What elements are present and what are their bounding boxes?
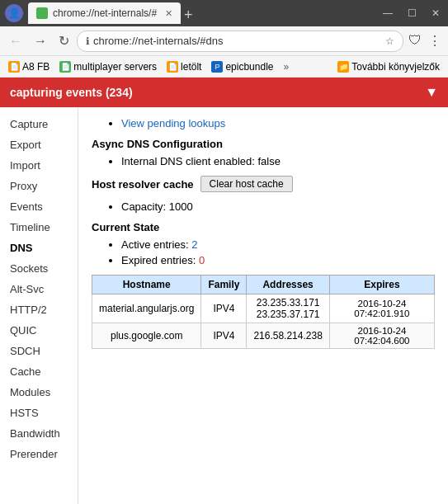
table-header-row: Hostname Family Addresses Expires bbox=[92, 276, 435, 294]
sidebar-item-http2[interactable]: HTTP/2 bbox=[0, 299, 78, 320]
sidebar-item-altsvc[interactable]: Alt-Svc bbox=[0, 279, 78, 299]
expired-entries-label: Expired entries: bbox=[121, 254, 196, 266]
addresses-2: 216.58.214.238 bbox=[247, 323, 329, 349]
sidebar-item-prerender[interactable]: Prerender bbox=[0, 444, 78, 464]
current-state-title: Current State bbox=[92, 221, 435, 233]
menu-button[interactable]: ⋮ bbox=[427, 31, 443, 50]
bookmark-label-epicbundle: epicbundle bbox=[225, 61, 273, 73]
col-hostname: Hostname bbox=[92, 276, 201, 294]
sidebar-item-hsts[interactable]: HSTS bbox=[0, 403, 78, 423]
sidebar-item-cache[interactable]: Cache bbox=[0, 361, 78, 382]
info-icon: ℹ bbox=[86, 35, 90, 47]
maximize-button[interactable]: ☐ bbox=[404, 6, 420, 21]
capacity-label: Capacity: 1000 bbox=[121, 200, 435, 213]
expires-1: 2016-10-24 07:42:01.910 bbox=[329, 294, 434, 323]
family-1: IPV4 bbox=[201, 294, 247, 323]
bookmark-icon-a8fb: 📄 bbox=[8, 61, 20, 73]
bookmark-tovabbi[interactable]: 📁 További könyvjelzők bbox=[334, 59, 443, 74]
bookmark-label-letolt: letölt bbox=[181, 61, 201, 73]
expires-2: 2016-10-24 07:42:04.600 bbox=[329, 323, 434, 349]
bookmark-icon-epicbundle: P bbox=[211, 61, 223, 73]
back-button[interactable]: ← bbox=[5, 32, 26, 50]
table-row: plus.google.com IPV4 216.58.214.238 2016… bbox=[92, 323, 435, 349]
clear-host-cache-button[interactable]: Clear host cache bbox=[200, 176, 293, 192]
hostname-1: material.angularjs.org bbox=[92, 294, 201, 323]
sidebar-item-capture[interactable]: Capture bbox=[0, 114, 78, 134]
address-text: chrome://net-internals/#dns bbox=[93, 35, 382, 47]
main-layout: Capture Export Import Proxy Events Timel… bbox=[0, 107, 448, 504]
sidebar-item-export[interactable]: Export bbox=[0, 134, 78, 155]
host-resolver-label: Host resolver cache bbox=[92, 178, 194, 191]
tab-favicon bbox=[36, 7, 48, 19]
addresses-1: 23.235.33.17123.235.37.171 bbox=[247, 294, 329, 323]
tab-close-button[interactable]: ✕ bbox=[165, 8, 172, 19]
bookmark-icon-letolt: 📄 bbox=[167, 61, 178, 73]
bookmark-icon-tovabbi: 📁 bbox=[337, 61, 349, 73]
active-tab[interactable]: chrome://net-internals/# ✕ bbox=[28, 2, 181, 24]
bookmark-label-tovabbi: További könyvjelzők bbox=[351, 61, 440, 73]
sidebar-item-import[interactable]: Import bbox=[0, 155, 78, 176]
bookmarks-bar: 📄 A8 FB 📄 multiplayer servers 📄 letölt P… bbox=[0, 56, 448, 78]
col-expires: Expires bbox=[329, 276, 434, 294]
forward-button[interactable]: → bbox=[30, 32, 51, 50]
minimize-button[interactable]: — bbox=[380, 6, 396, 21]
new-tab-button[interactable]: + bbox=[184, 7, 193, 24]
bookmark-label-multiplayer: multiplayer servers bbox=[73, 61, 157, 73]
reload-button[interactable]: ↻ bbox=[54, 31, 73, 50]
bookmark-letolt[interactable]: 📄 letölt bbox=[163, 59, 205, 74]
col-family: Family bbox=[201, 276, 247, 294]
dns-table: Hostname Family Addresses Expires materi… bbox=[92, 275, 435, 349]
family-2: IPV4 bbox=[201, 323, 247, 349]
sidebar-item-quic[interactable]: QUIC bbox=[0, 320, 78, 341]
async-dns-internal: Internal DNS client enabled: false bbox=[121, 155, 435, 167]
active-entries-item: Active entries: 2 bbox=[121, 238, 435, 251]
sidebar-item-modules[interactable]: Modules bbox=[0, 382, 78, 403]
star-icon[interactable]: ☆ bbox=[385, 35, 394, 47]
expired-entries-value: 0 bbox=[199, 254, 205, 266]
window-controls: — ☐ ✕ bbox=[380, 6, 443, 21]
active-entries-label: Active entries: bbox=[121, 238, 189, 251]
title-bar: 👤 chrome://net-internals/# ✕ + — ☐ ✕ bbox=[0, 0, 448, 26]
tab-area: chrome://net-internals/# ✕ + bbox=[28, 2, 380, 24]
active-entries-value: 2 bbox=[191, 238, 197, 251]
shield-icon: 🛡 bbox=[407, 31, 423, 50]
bookmark-icon-multiplayer: 📄 bbox=[59, 61, 71, 73]
bookmark-label-a8fb: A8 FB bbox=[22, 61, 50, 73]
async-dns-title: Async DNS Configuration bbox=[92, 138, 435, 150]
sidebar-item-sdch[interactable]: SDCH bbox=[0, 341, 78, 361]
nav-actions: 🛡 ⋮ bbox=[407, 31, 443, 50]
address-bar[interactable]: ℹ chrome://net-internals/#dns ☆ bbox=[77, 31, 403, 52]
table-row: material.angularjs.org IPV4 23.235.33.17… bbox=[92, 294, 435, 323]
event-bar: capturing events (234) ▼ bbox=[0, 78, 448, 107]
browser-chrome: 👤 chrome://net-internals/# ✕ + — ☐ ✕ ← →… bbox=[0, 0, 448, 78]
sidebar-item-events[interactable]: Events bbox=[0, 196, 78, 217]
col-addresses: Addresses bbox=[247, 276, 329, 294]
bookmark-a8fb[interactable]: 📄 A8 FB bbox=[5, 59, 53, 74]
hostname-2: plus.google.com bbox=[92, 323, 201, 349]
content-area: View pending lookups Async DNS Configura… bbox=[78, 107, 448, 504]
host-resolver-row: Host resolver cache Clear host cache bbox=[92, 176, 435, 192]
bookmarks-more-button[interactable]: » bbox=[280, 59, 292, 74]
tab-label: chrome://net-internals/# bbox=[53, 7, 157, 19]
expired-entries-item: Expired entries: 0 bbox=[121, 254, 435, 266]
sidebar-item-proxy[interactable]: Proxy bbox=[0, 176, 78, 196]
view-pending-lookups-link[interactable]: View pending lookups bbox=[121, 117, 225, 130]
event-bar-label: capturing events (234) bbox=[10, 86, 133, 99]
bookmark-epicbundle[interactable]: P epicbundle bbox=[208, 59, 276, 74]
nav-bar: ← → ↻ ℹ chrome://net-internals/#dns ☆ 🛡 … bbox=[0, 26, 448, 56]
sidebar-item-sockets[interactable]: Sockets bbox=[0, 258, 78, 279]
close-button[interactable]: ✕ bbox=[428, 6, 443, 21]
event-bar-arrow[interactable]: ▼ bbox=[425, 85, 438, 100]
sidebar: Capture Export Import Proxy Events Timel… bbox=[0, 107, 78, 504]
bookmark-multiplayer[interactable]: 📄 multiplayer servers bbox=[56, 59, 160, 74]
sidebar-item-timeline[interactable]: Timeline bbox=[0, 217, 78, 238]
bookmarks-right: 📁 További könyvjelzők bbox=[334, 59, 443, 74]
profile-icon: 👤 bbox=[5, 4, 23, 22]
sidebar-item-dns[interactable]: DNS bbox=[0, 238, 78, 258]
sidebar-item-bandwidth[interactable]: Bandwidth bbox=[0, 423, 78, 444]
